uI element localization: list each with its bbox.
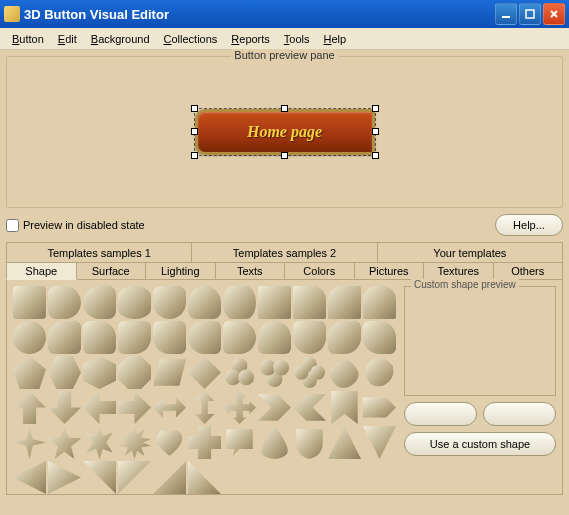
tab-templates-2[interactable]: Templates samples 2: [192, 242, 377, 262]
menu-help[interactable]: Help: [318, 31, 353, 47]
shape-chevron-left[interactable]: [293, 391, 326, 424]
shape-parallelogram[interactable]: [153, 356, 186, 389]
shape-circle[interactable]: [13, 321, 46, 354]
svg-marker-6: [153, 359, 186, 385]
shape-octagon[interactable]: [118, 356, 151, 389]
resize-handle-se[interactable]: [372, 152, 379, 159]
help-button[interactable]: Help...: [495, 214, 563, 236]
menu-reports[interactable]: Reports: [225, 31, 276, 47]
shape-capsule-right[interactable]: [48, 286, 81, 319]
shape-arrow-up[interactable]: [13, 391, 46, 424]
subtab-textures[interactable]: Textures: [424, 262, 494, 280]
resize-handle-ne[interactable]: [372, 105, 379, 112]
shape-round-ne[interactable]: [83, 321, 116, 354]
shape-round-right[interactable]: [223, 321, 256, 354]
maximize-button[interactable]: [519, 3, 541, 25]
shape-cap-bottom[interactable]: [153, 286, 186, 319]
shape-trefoil-down[interactable]: [258, 356, 291, 389]
shape-arrow-down[interactable]: [48, 391, 81, 424]
close-button[interactable]: [543, 3, 565, 25]
shape-quatrefoil[interactable]: [293, 356, 326, 389]
subtab-lighting[interactable]: Lighting: [146, 262, 216, 280]
shape-pill-v[interactable]: [223, 286, 256, 319]
subtab-pictures[interactable]: Pictures: [355, 262, 425, 280]
shape-hexagon[interactable]: [48, 356, 81, 389]
shape-triangle-right[interactable]: [48, 461, 81, 494]
shape-triangle-se[interactable]: [153, 461, 186, 494]
shape-triangle-ne[interactable]: [83, 461, 116, 494]
shape-round-diag1[interactable]: [328, 321, 361, 354]
tab-templates-1[interactable]: Templates samples 1: [6, 242, 192, 262]
shape-cap-top[interactable]: [188, 286, 221, 319]
shape-arrow-right[interactable]: [118, 391, 151, 424]
subtab-texts[interactable]: Texts: [216, 262, 286, 280]
tab-your-templates[interactable]: Your templates: [378, 242, 563, 262]
shape-heart[interactable]: [153, 426, 186, 459]
shape-cross[interactable]: [188, 426, 221, 459]
subtab-colors[interactable]: Colors: [285, 262, 355, 280]
shape-triangle-nw[interactable]: [118, 461, 151, 494]
shape-round-left[interactable]: [188, 321, 221, 354]
subtab-shape[interactable]: Shape: [6, 262, 77, 280]
shape-triangle-sw[interactable]: [188, 461, 221, 494]
resize-handle-e[interactable]: [372, 128, 379, 135]
menu-edit[interactable]: Edit: [52, 31, 83, 47]
shape-round-se[interactable]: [118, 321, 151, 354]
resize-handle-sw[interactable]: [191, 152, 198, 159]
resize-handle-s[interactable]: [281, 152, 288, 159]
shape-tag[interactable]: [363, 391, 396, 424]
shape-arrow-left[interactable]: [83, 391, 116, 424]
minimize-button[interactable]: [495, 3, 517, 25]
sub-tab-strip: Shape Surface Lighting Texts Colors Pict…: [6, 262, 563, 280]
shape-burst[interactable]: [118, 426, 151, 459]
shape-trefoil[interactable]: [223, 356, 256, 389]
shape-triangle-left[interactable]: [13, 461, 46, 494]
custom-prev-button[interactable]: [404, 402, 477, 426]
shape-cut-nw[interactable]: [328, 286, 361, 319]
menu-collections[interactable]: Collections: [158, 31, 224, 47]
shape-diamond[interactable]: [188, 356, 221, 389]
shape-cut-top[interactable]: [363, 286, 396, 319]
subtab-others[interactable]: Others: [494, 262, 564, 280]
shape-triangle-up[interactable]: [328, 426, 361, 459]
shape-round-bottom[interactable]: [293, 321, 326, 354]
shape-arrow-4way[interactable]: [223, 391, 256, 424]
shape-round-sw[interactable]: [153, 321, 186, 354]
subtab-surface[interactable]: Surface: [77, 262, 147, 280]
shape-square[interactable]: [258, 286, 291, 319]
shape-pentagon[interactable]: [13, 356, 46, 389]
shape-triangle-down[interactable]: [363, 426, 396, 459]
preview-disabled-checkbox[interactable]: [6, 219, 19, 232]
use-custom-shape-button[interactable]: Use a custom shape: [404, 432, 556, 456]
shape-round-top[interactable]: [258, 321, 291, 354]
menu-background[interactable]: Background: [85, 31, 156, 47]
menu-button[interactable]: Button: [6, 31, 50, 47]
shape-pill-h[interactable]: [118, 286, 151, 319]
shape-round-nw[interactable]: [48, 321, 81, 354]
shape-hexagon-v[interactable]: [83, 356, 116, 389]
preview-button[interactable]: Home page: [195, 109, 375, 155]
shape-star6[interactable]: [83, 426, 116, 459]
shape-star5[interactable]: [48, 426, 81, 459]
svg-marker-2: [13, 356, 46, 389]
shape-round-diag2[interactable]: [363, 321, 396, 354]
shape-rounded-rect[interactable]: [13, 286, 46, 319]
shape-drop[interactable]: [258, 426, 291, 459]
custom-next-button[interactable]: [483, 402, 556, 426]
resize-handle-w[interactable]: [191, 128, 198, 135]
shape-bookmark[interactable]: [328, 391, 361, 424]
shape-shield[interactable]: [293, 426, 326, 459]
shape-blob2[interactable]: [363, 356, 396, 389]
shape-blob1[interactable]: [328, 356, 361, 389]
resize-handle-nw[interactable]: [191, 105, 198, 112]
shape-speech-bubble[interactable]: [223, 426, 256, 459]
menu-tools[interactable]: Tools: [278, 31, 316, 47]
shape-chevron-right[interactable]: [258, 391, 291, 424]
shape-star4[interactable]: [13, 426, 46, 459]
shape-arrow-ud[interactable]: [188, 391, 221, 424]
shape-arrow-lr[interactable]: [153, 391, 186, 424]
selection-box[interactable]: Home page: [194, 108, 376, 156]
shape-cut-ne[interactable]: [293, 286, 326, 319]
shape-capsule-left[interactable]: [83, 286, 116, 319]
resize-handle-n[interactable]: [281, 105, 288, 112]
